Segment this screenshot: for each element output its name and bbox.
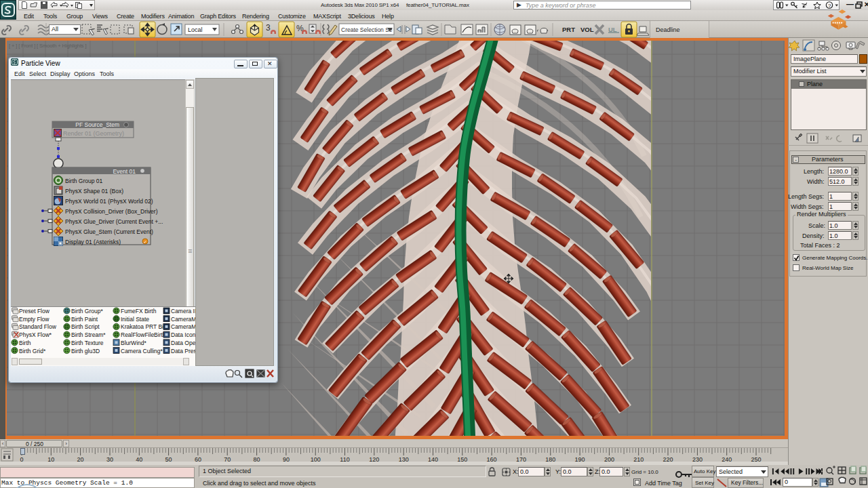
- svg-text:PhysX Shape 01 (Box): PhysX Shape 01 (Box): [65, 188, 123, 195]
- svg-text:230: 230: [692, 456, 703, 463]
- svg-text:160: 160: [487, 456, 497, 463]
- svg-text:Birth Group 01: Birth Group 01: [65, 178, 103, 184]
- svg-text:130: 130: [399, 456, 409, 463]
- svg-text:PhysX Collision_Driver (Box_Dr: PhysX Collision_Driver (Box_Driver): [65, 208, 158, 215]
- svg-text:Local: Local: [188, 26, 203, 33]
- svg-text:Krakatoa PRT Bir...: Krakatoa PRT Bir...: [121, 323, 170, 330]
- svg-text:100: 100: [311, 456, 321, 463]
- svg-text:190: 190: [575, 456, 585, 463]
- svg-text:CameraMa: CameraMa: [171, 323, 195, 330]
- svg-text:20: 20: [77, 456, 84, 463]
- svg-text:Data Icon': Data Icon': [171, 331, 195, 338]
- svg-text:Birth: Birth: [19, 340, 31, 346]
- svg-text:FumeFX Birth: FumeFX Birth: [121, 308, 157, 314]
- svg-text:Birth Group*: Birth Group*: [71, 308, 103, 314]
- svg-text:120: 120: [369, 456, 379, 463]
- svg-text:210: 210: [633, 456, 644, 463]
- svg-text:Camera IM: Camera IM: [171, 308, 195, 314]
- svg-text:PRT: PRT: [562, 26, 575, 33]
- svg-text:60: 60: [195, 456, 201, 463]
- svg-text:140: 140: [428, 456, 438, 463]
- svg-text:Render 01 (Geometry): Render 01 (Geometry): [63, 130, 124, 137]
- svg-text:Create Selection Se: Create Selection Se: [341, 26, 393, 33]
- svg-text:Initial State: Initial State: [121, 316, 149, 323]
- svg-text:Birth Stream*: Birth Stream*: [71, 331, 106, 338]
- svg-text:0: 0: [20, 456, 23, 463]
- svg-text:150: 150: [457, 456, 467, 463]
- svg-text:180: 180: [545, 456, 555, 463]
- svg-text:30: 30: [106, 456, 113, 463]
- svg-text:Birth Script: Birth Script: [71, 323, 100, 330]
- svg-text:PhysX Glue_Driver (Current Eve: PhysX Glue_Driver (Current Event +...: [65, 218, 163, 225]
- svg-text:Preset Flow: Preset Flow: [19, 308, 50, 314]
- svg-text:Standard Flow: Standard Flow: [19, 323, 57, 330]
- svg-text:PhysX Flow*: PhysX Flow*: [19, 331, 52, 338]
- svg-text:50: 50: [165, 456, 172, 463]
- svg-text:Birth Texture: Birth Texture: [71, 340, 104, 346]
- svg-text:200: 200: [604, 456, 614, 463]
- svg-text:BlurWind*: BlurWind*: [121, 340, 146, 346]
- svg-text:220: 220: [663, 456, 673, 463]
- svg-text:PF Source_Stem: PF Source_Stem: [75, 121, 119, 128]
- svg-text:Data Oper: Data Oper: [171, 340, 195, 346]
- svg-text:Empty Flow: Empty Flow: [19, 316, 50, 323]
- svg-text:CameraMa: CameraMa: [171, 316, 195, 323]
- svg-text:✓: ✓: [143, 240, 146, 244]
- svg-text:RealFlowFileBirth: RealFlowFileBirth: [121, 331, 166, 338]
- svg-text:Data Pres: Data Pres: [171, 348, 195, 354]
- svg-text:3: 3: [266, 23, 271, 33]
- svg-text:170: 170: [516, 456, 526, 463]
- svg-text:110: 110: [340, 456, 349, 463]
- svg-text:Camera Culling*: Camera Culling*: [121, 348, 163, 354]
- svg-text:Birth glu3D: Birth glu3D: [71, 348, 100, 354]
- svg-text:VOL: VOL: [580, 26, 594, 33]
- svg-text:40: 40: [136, 456, 142, 463]
- svg-text:70: 70: [224, 456, 231, 463]
- svg-text:240: 240: [722, 456, 732, 463]
- svg-text:PhysX Glue_Stem (Current Event: PhysX Glue_Stem (Current Event): [65, 228, 153, 235]
- svg-text:?: ?: [828, 3, 831, 9]
- svg-text:80: 80: [254, 456, 260, 463]
- svg-text:250: 250: [751, 456, 761, 463]
- svg-text:90: 90: [283, 456, 290, 463]
- svg-text:Birth Grid*: Birth Grid*: [19, 348, 46, 354]
- svg-text:Birth Paint: Birth Paint: [71, 316, 98, 323]
- svg-text:10: 10: [47, 456, 54, 463]
- svg-text:PhysX World 01 (PhysX World 02: PhysX World 01 (PhysX World 02): [65, 198, 153, 205]
- svg-text:Event 01: Event 01: [113, 168, 136, 175]
- svg-text:Display 01 (Asterisks): Display 01 (Asterisks): [65, 239, 121, 245]
